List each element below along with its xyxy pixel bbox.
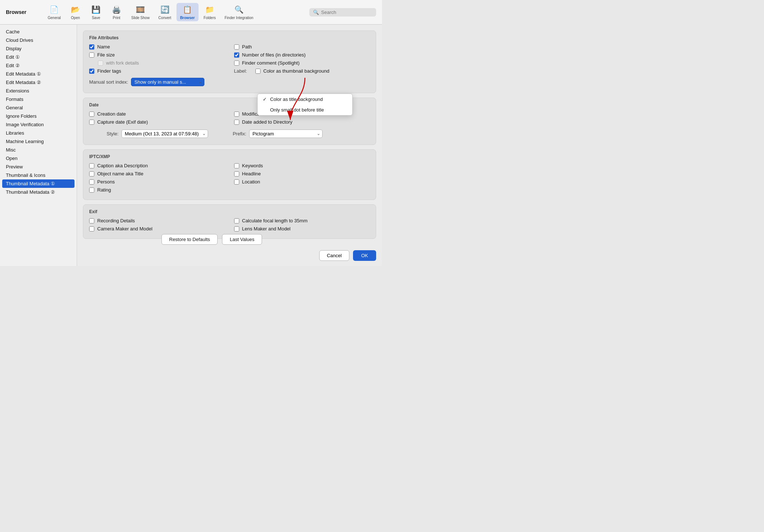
fork-label: with fork details [106, 60, 139, 66]
toolbar-slideshow-label: Slide Show [131, 16, 150, 20]
exif-section: Exif Recording Details Camera Maker and … [83, 204, 376, 239]
sidebar-item-ignorefolders[interactable]: Ignore Folders [0, 112, 77, 120]
recording-checkbox[interactable] [89, 218, 94, 223]
toolbar-browser-label: Browser [180, 16, 195, 20]
location-checkbox[interactable] [234, 179, 239, 185]
folders-icon: 📁 [204, 4, 215, 15]
mod-date-checkbox[interactable] [234, 112, 239, 117]
sidebar-item-misc[interactable]: Misc [0, 146, 77, 154]
manual-sort-label: Manual sort index: [89, 79, 128, 85]
sidebar-item-cache[interactable]: Cache [0, 28, 77, 36]
focal-checkbox[interactable] [234, 218, 239, 223]
toolbar-finder[interactable]: 🔍 Finder Integration [221, 3, 257, 21]
label-color-label: Color as thumbnail background [263, 68, 330, 74]
sidebar-item-imageverify[interactable]: Image Verification [0, 120, 77, 129]
persons-checkbox[interactable] [89, 179, 94, 185]
keywords-checkbox[interactable] [234, 163, 239, 168]
objectname-label: Object name aka Title [97, 171, 143, 176]
dropdown-item-small-dot[interactable]: Only small dot before title [258, 105, 352, 115]
sidebar-item-cloud[interactable]: Cloud Drives [0, 36, 77, 44]
sidebar-item-machinelearning[interactable]: Machine Learning [0, 137, 77, 146]
sidebar-item-edit1[interactable]: Edit ① [0, 53, 77, 61]
sidebar: Cache Cloud Drives Display Edit ① Edit ②… [0, 25, 77, 266]
toolbar-open[interactable]: 📂 Open [66, 3, 85, 21]
dropdown-item-color-title[interactable]: Color as title background [258, 94, 352, 105]
numfiles-label: Number of files (in directories) [242, 52, 306, 58]
sidebar-item-thumbmeta2[interactable]: Thumbnail Metadata ② [0, 188, 77, 196]
caption-row: Caption aka Description [89, 163, 225, 168]
cancel-button[interactable]: Cancel [319, 250, 349, 261]
added-date-label: Date added to Directory [242, 119, 292, 125]
focal-row: Calculate focal length to 35mm [234, 218, 370, 223]
sidebar-item-edit2[interactable]: Edit ② [0, 61, 77, 70]
exif-grid: Recording Details Camera Maker and Model… [89, 218, 370, 234]
lens-label: Lens Maker and Model [242, 226, 291, 232]
sidebar-item-thumbmeta1[interactable]: Thumbnail Metadata ① [2, 179, 74, 188]
manual-sort-select[interactable]: Show only in manual s... [131, 78, 204, 86]
ok-button[interactable]: OK [353, 250, 376, 261]
caption-checkbox[interactable] [89, 163, 94, 168]
findercomment-row: Finder comment (Spotlight) [234, 60, 370, 66]
toolbar-save[interactable]: 💾 Save [87, 3, 106, 21]
focal-label: Calculate focal length to 35mm [242, 218, 308, 223]
sidebar-item-formats[interactable]: Formats [0, 95, 77, 103]
label-text: Label: [234, 68, 252, 74]
iptc-title: IPTC/XMP [89, 154, 370, 159]
findercomment-checkbox[interactable] [234, 61, 239, 66]
toolbar-save-label: Save [92, 16, 100, 20]
finder-tags-label: Finder tags [97, 68, 121, 74]
lens-checkbox[interactable] [234, 226, 239, 232]
prefix-select[interactable]: Pictogram [249, 130, 323, 138]
toolbar-general-label: General [48, 16, 61, 20]
sidebar-item-extensions[interactable]: Extensions [0, 87, 77, 95]
search-input[interactable] [321, 10, 372, 15]
toolbar-print[interactable]: 🖨️ Print [107, 3, 126, 21]
filesize-checkbox[interactable] [89, 52, 94, 58]
print-icon: 🖨️ [112, 4, 122, 15]
toolbar-general[interactable]: 📄 General [44, 3, 65, 21]
camera-checkbox[interactable] [89, 226, 94, 232]
last-values-button[interactable]: Last Values [222, 234, 262, 245]
name-checkbox[interactable] [89, 44, 94, 50]
headline-checkbox[interactable] [234, 171, 239, 176]
path-checkbox[interactable] [234, 44, 239, 50]
capture-date-checkbox[interactable] [89, 120, 94, 125]
finder-tags-row: Finder tags [89, 68, 225, 74]
toolbar-folders[interactable]: 📁 Folders [200, 3, 219, 21]
toolbar-convert[interactable]: 🔄 Convert [155, 3, 175, 21]
file-attributes-right: Path Number of files (in directories) Fi… [234, 44, 370, 76]
finder-tags-checkbox[interactable] [89, 69, 94, 74]
sidebar-item-display[interactable]: Display [0, 44, 77, 53]
sidebar-item-general[interactable]: General [0, 103, 77, 112]
file-attributes-section: File Attributes Name File size with fork… [83, 30, 376, 93]
findercomment-label: Finder comment (Spotlight) [242, 60, 300, 66]
location-row: Location [234, 179, 370, 185]
objectname-row: Object name aka Title [89, 171, 225, 176]
numfiles-checkbox[interactable] [234, 52, 239, 58]
sidebar-item-open[interactable]: Open [0, 154, 77, 163]
caption-label: Caption aka Description [97, 163, 148, 168]
toolbar-print-label: Print [113, 16, 120, 20]
added-date-checkbox[interactable] [234, 120, 239, 125]
sidebar-item-editmeta1[interactable]: Edit Metadata ① [0, 70, 77, 78]
label-color-checkbox[interactable] [255, 69, 261, 74]
rating-label: Rating [97, 187, 111, 193]
iptc-section: IPTC/XMP Caption aka Description Object … [83, 149, 376, 200]
prefix-row: Prefix: Pictogram [217, 130, 323, 138]
iptc-grid: Caption aka Description Object name aka … [89, 163, 370, 195]
objectname-checkbox[interactable] [89, 171, 94, 176]
content-area: File Attributes Name File size with fork… [77, 25, 382, 266]
search-box[interactable]: 🔍 [309, 8, 376, 17]
toolbar-browser[interactable]: 📋 Browser [177, 3, 199, 21]
rating-checkbox[interactable] [89, 187, 94, 193]
sidebar-item-editmeta2[interactable]: Edit Metadata ② [0, 78, 77, 87]
restore-defaults-button[interactable]: Restore to Defaults [161, 234, 218, 245]
sidebar-item-thumbnail[interactable]: Thumbnail & Icons [0, 171, 77, 179]
path-label: Path [242, 44, 252, 50]
toolbar-slideshow[interactable]: 🎞️ Slide Show [128, 3, 153, 21]
sidebar-item-preview[interactable]: Preview [0, 163, 77, 171]
fork-checkbox[interactable] [98, 61, 103, 66]
style-select[interactable]: Medium (Oct 13, 2023 at 07:59:48) [121, 130, 208, 138]
creation-date-checkbox[interactable] [89, 112, 94, 117]
sidebar-item-libraries[interactable]: Libraries [0, 129, 77, 137]
